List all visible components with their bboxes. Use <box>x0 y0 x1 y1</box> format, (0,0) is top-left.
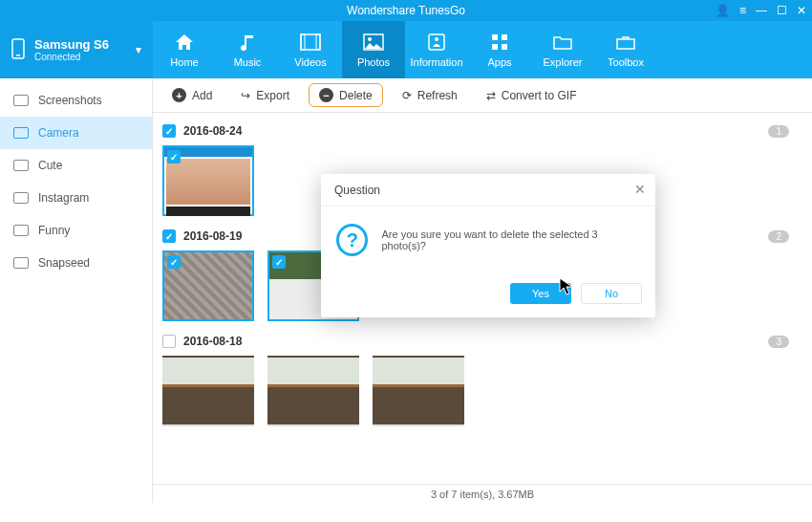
sidebar-item-screenshots[interactable]: Screenshots <box>0 84 152 117</box>
tab-apps[interactable]: Apps <box>468 21 531 78</box>
header: Samsung S6 Connected ▾ Home Music Videos… <box>0 21 812 78</box>
sidebar-item-instagram[interactable]: Instagram <box>0 182 152 214</box>
camera-icon <box>13 192 29 204</box>
refresh-icon: ⟳ <box>402 89 412 102</box>
photo-thumbnail[interactable]: ✓ <box>162 250 254 321</box>
dialog-message: Are you sure you want to delete the sele… <box>381 228 640 251</box>
confirm-dialog: Question ✕ ? Are you sure you want to de… <box>321 174 655 317</box>
photo-thumbnail[interactable]: ✓ <box>162 145 254 216</box>
check-icon: ✓ <box>167 255 181 269</box>
group-date: 2016-08-19 <box>183 229 242 243</box>
group-date: 2016-08-24 <box>183 124 242 138</box>
group-checkbox[interactable]: ✓ <box>162 229 176 243</box>
photos-icon <box>361 32 386 53</box>
information-icon <box>424 32 449 53</box>
svg-point-6 <box>368 37 372 41</box>
dialog-close-button[interactable]: ✕ <box>634 182 646 197</box>
photo-thumbnail[interactable] <box>373 356 464 426</box>
photo-thumbnail[interactable] <box>162 356 254 426</box>
check-icon: ✓ <box>272 255 286 269</box>
tab-label: Music <box>234 56 262 68</box>
app-title: Wondershare TunesGo <box>347 4 465 17</box>
group-count-badge: 1 <box>768 125 789 138</box>
sidebar: Screenshots Camera Cute Instagram Funny … <box>0 78 153 503</box>
camera-icon <box>13 225 29 236</box>
sidebar-item-label: Snapseed <box>38 256 90 270</box>
status-bar: 3 of 7 item(s), 3.67MB <box>153 484 812 503</box>
question-icon: ? <box>336 224 368 256</box>
group-count-badge: 2 <box>768 230 789 243</box>
maximize-button[interactable]: ☐ <box>777 0 787 21</box>
photo-group: 2016-08-18 3 <box>162 335 793 426</box>
svg-rect-11 <box>492 44 498 50</box>
tab-music[interactable]: Music <box>216 21 279 78</box>
check-icon: ✓ <box>167 150 181 163</box>
convert-icon: ⇄ <box>486 89 496 102</box>
yes-button[interactable]: Yes <box>510 283 571 304</box>
tool-label: Convert to GIF <box>502 89 577 102</box>
tab-videos[interactable]: Videos <box>279 21 342 78</box>
export-icon: ↪ <box>241 89 250 102</box>
group-checkbox[interactable] <box>162 335 176 348</box>
sidebar-item-funny[interactable]: Funny <box>0 214 152 247</box>
delete-button[interactable]: −Delete <box>309 83 383 107</box>
apps-icon <box>487 32 512 53</box>
svg-rect-13 <box>617 39 634 49</box>
user-icon[interactable]: 👤 <box>716 0 730 21</box>
group-checkbox[interactable]: ✓ <box>162 124 176 138</box>
camera-icon <box>13 160 29 171</box>
tab-photos[interactable]: Photos <box>342 21 405 78</box>
sidebar-item-label: Camera <box>38 126 79 140</box>
sidebar-item-cute[interactable]: Cute <box>0 149 152 182</box>
sidebar-item-camera[interactable]: Camera <box>0 117 152 149</box>
photo-thumbnail[interactable] <box>267 356 359 426</box>
add-button[interactable]: +Add <box>162 84 222 106</box>
no-button[interactable]: No <box>581 283 642 304</box>
minus-icon: − <box>319 88 333 102</box>
svg-rect-2 <box>301 34 320 50</box>
status-text: 3 of 7 item(s), 3.67MB <box>431 489 534 500</box>
tool-label: Refresh <box>417 89 458 102</box>
camera-icon <box>13 257 29 269</box>
title-bar: Wondershare TunesGo 👤 ≡ — ☐ ✕ <box>0 0 812 21</box>
refresh-button[interactable]: ⟳Refresh <box>393 85 467 106</box>
sidebar-item-label: Screenshots <box>38 94 102 107</box>
sidebar-item-label: Instagram <box>38 191 89 205</box>
tab-label: Explorer <box>544 56 583 68</box>
tab-label: Information <box>410 56 462 68</box>
dialog-title: Question <box>334 184 380 197</box>
tab-information[interactable]: Information <box>405 21 468 78</box>
group-date: 2016-08-18 <box>183 335 242 348</box>
close-button[interactable]: ✕ <box>797 0 806 21</box>
device-picker[interactable]: Samsung S6 Connected ▾ <box>0 21 153 78</box>
tab-label: Apps <box>487 56 511 68</box>
videos-icon <box>298 32 323 53</box>
convert-gif-button[interactable]: ⇄Convert to GIF <box>477 85 587 106</box>
svg-rect-1 <box>16 54 20 56</box>
tab-toolbox[interactable]: Toolbox <box>594 21 657 78</box>
tab-explorer[interactable]: Explorer <box>531 21 594 78</box>
export-button[interactable]: ↪Export <box>231 85 299 106</box>
camera-icon <box>13 127 29 139</box>
menu-icon[interactable]: ≡ <box>739 0 746 21</box>
tab-home[interactable]: Home <box>153 21 216 78</box>
chevron-down-icon: ▾ <box>136 43 141 56</box>
group-count-badge: 3 <box>768 336 789 348</box>
home-icon <box>172 32 197 53</box>
svg-rect-9 <box>492 34 498 40</box>
plus-icon: + <box>172 88 186 102</box>
minimize-button[interactable]: — <box>756 0 767 21</box>
camera-icon <box>13 95 29 106</box>
sidebar-item-snapseed[interactable]: Snapseed <box>0 247 152 279</box>
explorer-icon <box>550 32 575 53</box>
tab-label: Videos <box>294 56 326 68</box>
tab-label: Toolbox <box>608 56 644 68</box>
nav-tabs: Home Music Videos Photos Information App… <box>153 21 812 78</box>
svg-rect-10 <box>502 34 507 40</box>
phone-icon <box>11 38 25 62</box>
svg-rect-7 <box>429 34 444 50</box>
tab-label: Photos <box>357 56 390 68</box>
toolbox-icon <box>613 32 638 53</box>
tool-label: Delete <box>339 89 373 102</box>
sidebar-item-label: Cute <box>38 159 62 172</box>
